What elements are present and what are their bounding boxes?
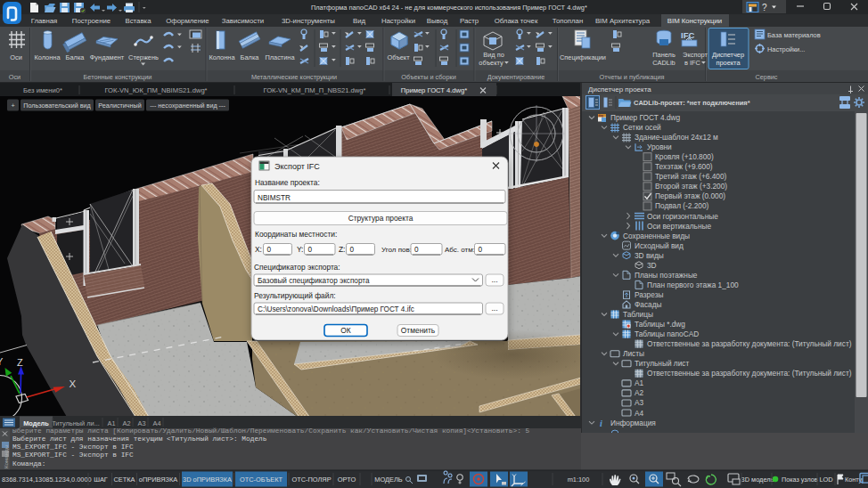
svg-text:Настройки: Настройки bbox=[381, 17, 415, 25]
svg-text:3D-инструменты: 3D-инструменты bbox=[282, 17, 335, 25]
svg-text:Z:: Z: bbox=[339, 245, 345, 254]
svg-text:Команда:: Команда: bbox=[12, 460, 45, 468]
svg-text:CADLib-проект: *нет подключени: CADLib-проект: *нет подключения* bbox=[634, 99, 750, 107]
svg-text:Оформление: Оформление bbox=[166, 17, 209, 25]
svg-text:Вид: Вид bbox=[353, 17, 366, 25]
svg-text:Пользовательский вид: Пользовательский вид bbox=[23, 102, 91, 110]
svg-text:0: 0 bbox=[350, 246, 355, 254]
svg-text:Угол пов:: Угол пов: bbox=[381, 246, 412, 254]
svg-text:Название проекта:: Название проекта: bbox=[255, 178, 320, 187]
svg-text:Облака точек: Облака точек bbox=[495, 17, 538, 25]
svg-text:i: i bbox=[600, 419, 602, 428]
svg-text:ГОК-VN_ЮК_ПМ_NBIMS21.dwg*: ГОК-VN_ЮК_ПМ_NBIMS21.dwg* bbox=[104, 86, 207, 94]
svg-text:Информация: Информация bbox=[610, 419, 656, 427]
svg-text:Исходный вид: Исходный вид bbox=[635, 241, 684, 250]
svg-text:Титульный лист: Титульный лист bbox=[635, 359, 689, 368]
svg-text:A4: A4 bbox=[635, 409, 644, 418]
svg-text:Таблицы *.dwg: Таблицы *.dwg bbox=[635, 320, 685, 329]
svg-text:Листы: Листы bbox=[623, 349, 644, 358]
svg-text:Сохраненные виды: Сохраненные виды bbox=[623, 232, 690, 240]
svg-text:Растр: Растр bbox=[460, 17, 479, 25]
svg-text:Отменить: Отменить bbox=[401, 326, 436, 335]
svg-text:8368.7314,13085.1234,0.0000: 8368.7314,13085.1234,0.0000 bbox=[2, 476, 92, 484]
svg-text:MS_EXPORT_IFC - Экспорт в IFC: MS_EXPORT_IFC - Экспорт в IFC bbox=[12, 443, 134, 451]
svg-text:...: ... bbox=[491, 304, 497, 313]
svg-text:A2: A2 bbox=[635, 388, 644, 397]
svg-text:Платформа nanoCAD x64 24 - не: Платформа nanoCAD x64 24 - не для коммер… bbox=[311, 4, 587, 12]
svg-text:LOD: LOD bbox=[819, 476, 832, 484]
svg-text:+: + bbox=[11, 102, 14, 110]
svg-text:План первого этажа 1_100: План первого этажа 1_100 bbox=[647, 281, 739, 289]
svg-text:ШАГ: ШАГ bbox=[94, 476, 108, 484]
svg-text:X:: X: bbox=[255, 245, 262, 254]
svg-text:Фундамент: Фундамент bbox=[90, 53, 125, 61]
svg-text:Подвал (-2.200): Подвал (-2.200) bbox=[655, 201, 709, 210]
svg-text:МОДЕЛЬ: МОДЕЛЬ bbox=[374, 476, 403, 484]
svg-text:CADLib: CADLib bbox=[652, 59, 675, 67]
svg-text:Оси вертикальные: Оси вертикальные bbox=[647, 222, 711, 231]
svg-text:Без имени0*: Без имени0* bbox=[23, 86, 62, 94]
svg-text:Экспорт: Экспорт bbox=[683, 51, 708, 59]
svg-text:A3: A3 bbox=[137, 419, 145, 427]
svg-text:Зависимости: Зависимости bbox=[222, 17, 264, 25]
svg-text:Отчеты и публикация: Отчеты и публикация bbox=[600, 73, 665, 81]
svg-text:A2: A2 bbox=[122, 419, 130, 427]
svg-text:Колонна: Колонна bbox=[34, 53, 61, 61]
svg-text:Второй этаж (+3.200): Второй этаж (+3.200) bbox=[655, 182, 727, 191]
svg-text:Фасады: Фасады bbox=[635, 300, 662, 309]
svg-text:Третий этаж (+6.400): Третий этаж (+6.400) bbox=[655, 172, 727, 181]
svg-text:m1:100: m1:100 bbox=[568, 476, 590, 484]
svg-text:Балка: Балка bbox=[66, 53, 86, 61]
svg-text:Главная: Главная bbox=[31, 17, 58, 25]
svg-text:ыберите параметры листа [Копир: ыберите параметры листа [Копировать/Удал… bbox=[12, 427, 530, 435]
svg-text:Вставка: Вставка bbox=[126, 17, 152, 25]
svg-text:Уровни: Уровни bbox=[647, 142, 672, 151]
svg-text:проекта: проекта bbox=[716, 59, 741, 67]
svg-text:A3: A3 bbox=[635, 398, 644, 407]
svg-text:X: X bbox=[70, 378, 77, 389]
svg-text:в IFC: в IFC bbox=[684, 59, 701, 67]
svg-text:...: ... bbox=[491, 275, 497, 284]
svg-text:A1: A1 bbox=[635, 378, 644, 387]
svg-text:NBIMSTR: NBIMSTR bbox=[258, 194, 291, 202]
svg-text:Оси: Оси bbox=[9, 73, 20, 81]
svg-text:Объект: Объект bbox=[387, 53, 410, 61]
svg-text:0: 0 bbox=[308, 246, 313, 254]
svg-text:Балка: Балка bbox=[241, 53, 260, 61]
svg-text:Вывод: Вывод bbox=[427, 17, 448, 25]
svg-text:Сетки осей: Сетки осей bbox=[623, 123, 661, 132]
svg-text:3D оПРИВЯЗКА: 3D оПРИВЯЗКА bbox=[183, 476, 232, 484]
svg-text:оПРИВЯЗКА: оПРИВЯЗКА bbox=[139, 476, 177, 484]
svg-text:Панель: Панель bbox=[652, 51, 676, 59]
svg-text:Y:: Y: bbox=[297, 245, 303, 254]
svg-text:Бетонные конструкции: Бетонные конструкции bbox=[84, 73, 152, 81]
svg-text:Настройки...: Настройки... bbox=[767, 45, 805, 53]
svg-text:Команды: Команды bbox=[3, 444, 9, 468]
svg-text:Стержень: Стержень bbox=[128, 53, 159, 61]
svg-text:Здание-шаблон 24x12 м: Здание-шаблон 24x12 м bbox=[635, 133, 718, 142]
svg-text:ОТС-ОБЪЕКТ: ОТС-ОБЪЕКТ bbox=[240, 476, 283, 484]
svg-text:Документирование: Документирование bbox=[487, 73, 545, 81]
svg-text:ОТС-ПОЛЯР: ОТС-ПОЛЯР bbox=[291, 476, 331, 484]
svg-text:Построение: Построение bbox=[72, 17, 111, 25]
svg-text:Топоплан: Топоплан bbox=[553, 17, 583, 25]
svg-text:Пример ГОСТ 4.dwg*: Пример ГОСТ 4.dwg* bbox=[401, 86, 468, 94]
svg-text:Первый этаж (0.000): Первый этаж (0.000) bbox=[655, 191, 725, 200]
svg-text:ОРТО: ОРТО bbox=[338, 476, 356, 484]
svg-text:Объекты и сборки: Объекты и сборки bbox=[401, 73, 455, 81]
svg-text:Экспорт IFC: Экспорт IFC bbox=[274, 162, 320, 171]
svg-text:3D: 3D bbox=[647, 261, 657, 270]
svg-text:A1: A1 bbox=[107, 419, 115, 427]
svg-text:--- несохраненный вид ---: --- несохраненный вид --- bbox=[150, 102, 225, 110]
svg-text:Кровля (+10.800): Кровля (+10.800) bbox=[655, 152, 714, 161]
svg-text:Модель: Модель bbox=[23, 419, 49, 427]
svg-text:BIM Конструкции: BIM Конструкции bbox=[667, 17, 722, 25]
svg-text:Диспетчер: Диспетчер bbox=[712, 51, 744, 59]
svg-text:Пластина: Пластина bbox=[265, 53, 295, 61]
svg-text:Диспетчер проекта: Диспетчер проекта bbox=[588, 85, 651, 94]
svg-text:Реалистичный: Реалистичный bbox=[98, 102, 141, 110]
svg-text:Выберите лист для назначения т: Выберите лист для назначения текущим <Ти… bbox=[12, 435, 267, 443]
svg-text:C:\Users\zonova\Downloads\Прим: C:\Users\zonova\Downloads\Пример ГОСТ 4.… bbox=[258, 305, 414, 313]
svg-text:Оси горизонтальные: Оси горизонтальные bbox=[647, 212, 718, 221]
svg-text:Техэтаж (+9.600): Техэтаж (+9.600) bbox=[655, 162, 713, 171]
